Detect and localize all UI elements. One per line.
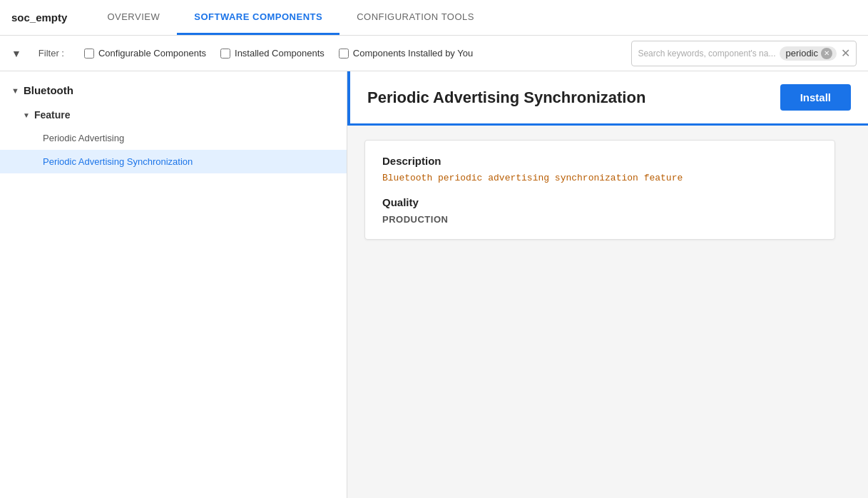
description-body: Bluetooth periodic advertising synchroni… bbox=[382, 173, 817, 183]
top-nav: soc_empty OVERVIEW SOFTWARE COMPONENTS C… bbox=[0, 0, 868, 36]
install-button[interactable]: Install bbox=[780, 84, 851, 111]
app-title: soc_empty bbox=[11, 11, 67, 24]
filter-label: Filter : bbox=[39, 48, 64, 59]
search-placeholder: Search keywords, component's na... bbox=[638, 49, 775, 59]
nav-tabs: OVERVIEW SOFTWARE COMPONENTS CONFIGURATI… bbox=[90, 0, 491, 35]
sidebar-subgroup-feature[interactable]: ▼ Feature bbox=[0, 103, 347, 126]
sidebar-group-bluetooth-label: Bluetooth bbox=[24, 84, 73, 96]
filter-installed-label: Installed Components bbox=[235, 48, 325, 59]
tab-configuration-tools[interactable]: CONFIGURATION TOOLS bbox=[339, 0, 491, 35]
filter-installed-by-you: Components Installed by You bbox=[339, 48, 473, 59]
quality-label: Quality bbox=[382, 196, 817, 208]
sidebar-item-periodic-advertising-sync[interactable]: Periodic Advertising Synchronization bbox=[0, 150, 347, 173]
filter-configurable: Configurable Components bbox=[84, 48, 206, 59]
detail-content: Description Bluetooth periodic advertisi… bbox=[347, 126, 868, 498]
search-tag: periodic ✕ bbox=[780, 46, 837, 61]
sidebar-group-bluetooth[interactable]: ▼ Bluetooth bbox=[0, 77, 347, 103]
tab-software-components[interactable]: SOFTWARE COMPONENTS bbox=[177, 0, 339, 35]
quality-value: PRODUCTION bbox=[382, 214, 817, 225]
filter-configurable-label: Configurable Components bbox=[98, 48, 206, 59]
tab-overview[interactable]: OVERVIEW bbox=[90, 0, 177, 35]
sidebar-item-periodic-advertising[interactable]: Periodic Advertising bbox=[0, 126, 347, 150]
search-box[interactable]: Search keywords, component's na... perio… bbox=[631, 41, 857, 66]
detail-title: Periodic Advertising Synchronization bbox=[367, 88, 645, 107]
main-layout: ▼ Bluetooth ▼ Feature Periodic Advertisi… bbox=[0, 71, 868, 498]
bluetooth-arrow-icon: ▼ bbox=[11, 86, 19, 95]
sidebar: ▼ Bluetooth ▼ Feature Periodic Advertisi… bbox=[0, 71, 347, 498]
filter-icon: ▼ bbox=[11, 48, 21, 59]
detail-header: Periodic Advertising Synchronization Ins… bbox=[347, 71, 868, 126]
description-label: Description bbox=[382, 155, 817, 167]
filter-installed-checkbox[interactable] bbox=[220, 49, 230, 59]
feature-arrow-icon: ▼ bbox=[23, 111, 30, 119]
info-card: Description Bluetooth periodic advertisi… bbox=[364, 140, 835, 240]
filter-bar: ▼ Filter : Configurable Components Insta… bbox=[0, 36, 868, 71]
search-tag-close-icon[interactable]: ✕ bbox=[821, 48, 832, 59]
filter-configurable-checkbox[interactable] bbox=[84, 49, 94, 59]
filter-installed-by-you-checkbox[interactable] bbox=[339, 49, 349, 59]
filter-installed: Installed Components bbox=[220, 48, 325, 59]
search-clear-button[interactable]: ✕ bbox=[841, 48, 850, 59]
sidebar-subgroup-feature-label: Feature bbox=[34, 109, 71, 121]
detail-panel: Periodic Advertising Synchronization Ins… bbox=[347, 71, 868, 498]
search-tag-text: periodic bbox=[785, 48, 818, 59]
filter-installed-by-you-label: Components Installed by You bbox=[353, 48, 473, 59]
